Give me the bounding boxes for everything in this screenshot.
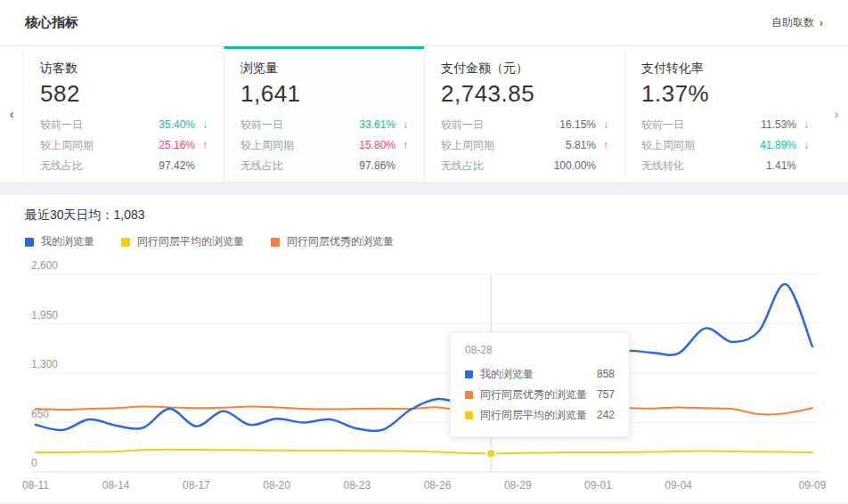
next-metrics-button[interactable]: › (825, 46, 848, 182)
trend-value: 33.61% (359, 115, 395, 135)
trend-value: 16.15% (559, 115, 596, 135)
trend-label: 较前一日 (40, 115, 83, 135)
trend-chart-section: 最近30天日均：1,083 我的浏览量 同行同层平均的浏览量 同行同层优秀的浏览… (0, 195, 848, 503)
self-service-data-label: 自助取数 (771, 15, 814, 30)
metric-value: 2,743.85 (441, 80, 608, 108)
trend-label: 无线占比 (241, 156, 283, 176)
chevron-left-icon: ‹ (10, 107, 14, 121)
trend-label: 无线占比 (441, 156, 484, 176)
metric-trend-row: 较前一日 16.15%↓ (441, 115, 608, 135)
metric-trend-row: 较前一日 11.53%↓ (641, 115, 809, 135)
trend-label: 较前一日 (641, 115, 684, 135)
trend-value: 15.80% (359, 135, 395, 156)
metric-value: 582 (40, 80, 208, 108)
trend-value: 35.40% (159, 115, 195, 135)
x-axis-tick-label: 08-11 (22, 479, 49, 492)
x-axis-tick-label: 08-20 (263, 479, 290, 492)
metric-value: 1,641 (241, 80, 408, 108)
trend-value: 97.86% (359, 156, 395, 176)
metric-trend-row: 较前一日 33.61%↓ (241, 115, 408, 135)
trend-label: 无线占比 (40, 156, 83, 176)
self-service-data-link[interactable]: 自助取数 › (771, 15, 823, 30)
metric-trend-row: 较上周同期 25.16%↑ (40, 135, 208, 156)
trend-arrow-icon: ↑ (395, 135, 408, 156)
metric-trend-row: 无线占比 97.86% (241, 156, 408, 176)
tooltip-swatch-yellow (465, 411, 473, 419)
trend-value: 100.00% (554, 156, 596, 176)
x-axis-tick-label: 08-14 (102, 479, 130, 492)
trend-arrow-icon: ↓ (796, 115, 809, 135)
tooltip-date: 08-28 (465, 344, 615, 356)
trend-value: 25.16% (159, 135, 195, 156)
x-axis-tick-label: 08-29 (504, 479, 532, 492)
tooltip-series-value: 242 (597, 405, 615, 426)
prev-metrics-button[interactable]: ‹ (0, 46, 23, 182)
x-axis-tick-label: 09-09 (799, 479, 827, 492)
page-title: 核心指标 (25, 14, 78, 31)
trend-value: 11.53% (761, 115, 796, 135)
trend-value: 5.81% (566, 135, 596, 156)
metric-card-payment-amount[interactable]: 支付金额（元） 2,743.85 较前一日 16.15%↓ 较上周同期 5.81… (424, 46, 624, 182)
tooltip-series-name: 同行同层优秀的浏览量 (480, 385, 590, 405)
tooltip-row: 同行同层优秀的浏览量 757 (465, 385, 615, 405)
y-axis-tick-label: 1,300 (31, 358, 58, 370)
y-axis-tick-label: 0 (31, 457, 37, 469)
trend-arrow-icon: ↓ (796, 135, 809, 156)
line-chart-canvas[interactable]: 06501,3001,9502,60008-1108-1408-1708-200… (0, 195, 848, 503)
dashboard-page: 核心指标 自助取数 › ‹ 访客数 582 较前一日 35.40%↓ 较上周同期… (0, 0, 848, 504)
metric-title: 支付金额（元） (441, 61, 608, 77)
metric-trend-row: 较上周同期 15.80%↑ (241, 135, 408, 156)
x-axis-tick-label: 08-23 (343, 479, 371, 492)
trend-value: 41.89% (760, 135, 796, 156)
trend-label: 较上周同期 (40, 135, 94, 156)
trend-arrow-icon: ↓ (596, 115, 608, 135)
y-axis-tick-label: 2,600 (31, 259, 58, 272)
x-axis-tick-label: 09-04 (665, 479, 692, 492)
metric-card-conversion-rate[interactable]: 支付转化率 1.37% 较前一日 11.53%↓ 较上周同期 41.89%↓ 无… (624, 46, 825, 182)
section-header: 核心指标 自助取数 › (0, 0, 848, 46)
series-line[interactable] (36, 284, 812, 431)
tooltip-swatch-orange (465, 391, 473, 399)
metric-trend-row: 无线占比 100.00% (441, 156, 608, 176)
metric-trend-row: 无线转化 1.41% (641, 156, 809, 176)
metric-trend-row: 较前一日 35.40%↓ (40, 115, 208, 135)
trend-arrow-icon: ↑ (195, 135, 208, 156)
metric-card-visitors[interactable]: 访客数 582 较前一日 35.40%↓ 较上周同期 25.16%↑ 无线占比 … (23, 46, 224, 182)
hover-point-dot (486, 449, 495, 458)
metric-value: 1.37% (641, 80, 809, 108)
metric-trend-row: 较上周同期 5.81%↑ (441, 135, 608, 156)
chevron-right-icon: › (835, 107, 839, 121)
metric-card-pageviews[interactable]: 浏览量 1,641 较前一日 33.61%↓ 较上周同期 15.80%↑ 无线占… (224, 46, 424, 182)
y-axis-tick-label: 1,950 (31, 309, 58, 321)
tooltip-swatch-blue (465, 370, 473, 378)
trend-arrow-icon: ↓ (395, 115, 408, 135)
trend-value: 97.42% (159, 156, 195, 176)
section-divider (0, 183, 848, 195)
trend-value: 1.41% (766, 156, 796, 176)
trend-arrow-icon: ↓ (195, 115, 208, 135)
metric-title: 访客数 (40, 61, 208, 77)
trend-label: 较上周同期 (641, 135, 695, 156)
x-axis-tick-label: 08-26 (424, 479, 452, 492)
chart-tooltip: 08-28 我的浏览量 858 同行同层优秀的浏览量 757 同行同层平均的浏览… (450, 332, 630, 437)
tooltip-series-name: 我的浏览量 (480, 364, 590, 385)
tooltip-row: 同行同层平均的浏览量 242 (465, 405, 615, 426)
trend-label: 较前一日 (241, 115, 283, 135)
series-line[interactable] (36, 450, 812, 454)
metric-trend-row: 较上周同期 41.89%↓ (641, 135, 809, 156)
chevron-right-icon: › (819, 17, 823, 29)
trend-arrow-icon: ↑ (596, 135, 608, 156)
metric-title: 浏览量 (241, 61, 408, 77)
metric-trend-row: 无线占比 97.42% (40, 156, 208, 176)
tooltip-series-value: 858 (597, 364, 615, 385)
x-axis-tick-label: 09-01 (584, 479, 612, 492)
trend-label: 较上周同期 (241, 135, 294, 156)
x-axis-tick-label: 08-17 (183, 479, 210, 492)
trend-label: 无线转化 (641, 156, 684, 176)
trend-label: 较前一日 (441, 115, 484, 135)
tooltip-row: 我的浏览量 858 (465, 364, 615, 385)
tooltip-series-name: 同行同层平均的浏览量 (480, 405, 590, 426)
metric-title: 支付转化率 (641, 61, 809, 77)
series-line[interactable] (36, 407, 812, 415)
tooltip-series-value: 757 (597, 385, 615, 405)
